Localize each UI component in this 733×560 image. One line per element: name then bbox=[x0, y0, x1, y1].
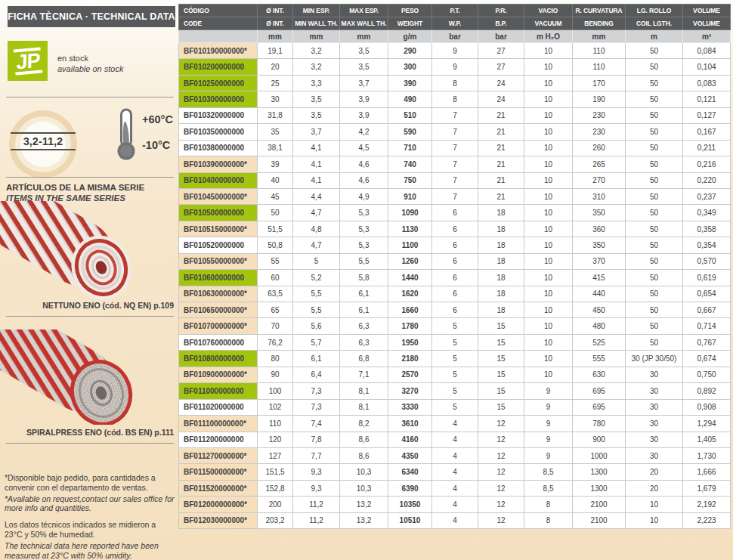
table-row: BF010390000000*394,14,674072110265500,21… bbox=[179, 156, 731, 172]
value-cell: 8,6 bbox=[340, 432, 388, 447]
value-cell: 440 bbox=[573, 286, 626, 302]
value-cell: 8,2 bbox=[340, 416, 388, 432]
value-cell: 1260 bbox=[388, 253, 432, 269]
value-cell: 21 bbox=[478, 107, 524, 123]
table-row: BF010700000000*705,66,3178051510480500,7… bbox=[179, 318, 731, 334]
value-cell: 260 bbox=[573, 140, 626, 156]
value-cell: 0,892 bbox=[683, 383, 731, 399]
value-cell: 50 bbox=[626, 318, 683, 334]
value-cell: 1090 bbox=[388, 205, 432, 221]
value-cell: 20 bbox=[626, 464, 683, 480]
column-header: CODE bbox=[179, 17, 258, 30]
technical-data-table: CÓDIGOØ INT.MIN ESP.MAX ESP.PESOP.T.P.R.… bbox=[178, 4, 731, 529]
value-cell: 3270 bbox=[388, 383, 432, 399]
value-cell: 390 bbox=[388, 75, 432, 91]
column-header: W.P. bbox=[432, 17, 478, 30]
value-cell: 5,5 bbox=[293, 302, 340, 318]
unit-cell: mm bbox=[340, 30, 388, 43]
value-cell: 39 bbox=[258, 156, 293, 172]
value-cell: 8,5 bbox=[524, 480, 573, 496]
column-header: VOLUME bbox=[683, 17, 731, 30]
product-code-cell: BF011520000000* bbox=[179, 480, 258, 496]
value-cell: 50 bbox=[626, 107, 683, 123]
product-code-cell: BF010800000000 bbox=[179, 351, 258, 367]
value-cell: 10,3 bbox=[340, 464, 388, 480]
value-cell: 310 bbox=[573, 188, 626, 204]
value-cell: 10510 bbox=[388, 512, 432, 528]
value-cell: 30 bbox=[626, 447, 683, 463]
value-cell: 10 bbox=[524, 270, 573, 286]
value-cell: 10 bbox=[524, 205, 573, 221]
value-cell: 10 bbox=[524, 237, 573, 253]
column-header: MAX WALL TH. bbox=[340, 17, 388, 30]
table-row: BF011520000000*152,89,310,363904128,5130… bbox=[179, 480, 731, 496]
value-cell: 50 bbox=[626, 124, 683, 140]
value-cell: 1440 bbox=[388, 270, 432, 286]
unit-cell: mm bbox=[573, 30, 626, 43]
value-cell: 2570 bbox=[388, 367, 432, 382]
value-cell: 6340 bbox=[388, 464, 432, 480]
value-cell: 50 bbox=[626, 91, 683, 107]
value-cell: 360 bbox=[573, 221, 626, 237]
footnote-conditions-en: The technical data here reported have be… bbox=[5, 541, 175, 560]
value-cell: 40 bbox=[258, 172, 293, 188]
value-cell: 4350 bbox=[388, 447, 432, 463]
column-header: LG. ROLLO bbox=[626, 5, 683, 17]
value-cell: 152,8 bbox=[258, 480, 293, 496]
value-cell: 2100 bbox=[573, 512, 626, 528]
product-code-cell: BF010390000000* bbox=[179, 156, 258, 172]
value-cell: 24 bbox=[478, 91, 524, 107]
value-cell: 5,5 bbox=[293, 286, 340, 302]
value-cell: 5,7 bbox=[293, 334, 340, 350]
product-code-cell: BF010515000000* bbox=[179, 221, 258, 237]
value-cell: 10 bbox=[524, 172, 573, 188]
value-cell: 1300 bbox=[573, 464, 626, 480]
value-cell: 1130 bbox=[388, 221, 432, 237]
value-cell: 10 bbox=[626, 512, 683, 528]
value-cell: 50 bbox=[626, 43, 683, 59]
value-cell: 695 bbox=[573, 399, 626, 415]
unit-cell: m bbox=[626, 30, 683, 43]
value-cell: 7 bbox=[432, 124, 478, 140]
column-header: P.R. bbox=[478, 5, 524, 17]
value-cell: 120 bbox=[258, 432, 293, 447]
table-row: BF010500000000504,75,3109061810350500,34… bbox=[179, 205, 731, 221]
value-cell: 3,2 bbox=[293, 43, 340, 59]
value-cell: 1100 bbox=[388, 237, 432, 253]
value-cell: 19,1 bbox=[258, 43, 293, 59]
value-cell: 0,619 bbox=[683, 270, 731, 286]
column-header: VACIO bbox=[524, 5, 573, 17]
value-cell: 12 bbox=[478, 512, 524, 528]
product-code-cell: BF010400000000 bbox=[179, 172, 258, 188]
value-cell: 12 bbox=[478, 432, 524, 447]
value-cell: 63,5 bbox=[258, 286, 293, 302]
unit-cell bbox=[179, 30, 258, 43]
value-cell: 10 bbox=[524, 91, 573, 107]
stock-availability: en stock available on stock bbox=[57, 53, 123, 75]
temperature-max: +60°C bbox=[142, 113, 173, 125]
value-cell: 1,666 bbox=[683, 464, 731, 480]
value-cell: 10 bbox=[524, 75, 573, 91]
divider bbox=[6, 316, 174, 317]
value-cell: 8,5 bbox=[524, 464, 573, 480]
value-cell: 6 bbox=[432, 221, 478, 237]
value-cell: 6 bbox=[432, 237, 478, 253]
value-cell: 10 bbox=[524, 107, 573, 123]
header-row-en: CODEØ INT.MIN WALL TH.MAX WALL TH.WEIGHT… bbox=[179, 17, 731, 30]
page-title: FICHA TÈCNICA · TECHNICAL DATA bbox=[8, 6, 175, 27]
product-code-cell: BF012030000000* bbox=[179, 512, 258, 528]
value-cell: 9 bbox=[524, 383, 573, 399]
unit-cell: bar bbox=[432, 30, 478, 43]
thermometer-icon bbox=[113, 107, 139, 165]
header-row-es: CÓDIGOØ INT.MIN ESP.MAX ESP.PESOP.T.P.R.… bbox=[179, 5, 731, 17]
value-cell: 230 bbox=[573, 124, 626, 140]
temperature-min: -10°C bbox=[142, 139, 170, 151]
value-cell: 6 bbox=[432, 205, 478, 221]
value-cell: 170 bbox=[573, 75, 626, 91]
table-row: BF010300000000303,53,949082410190500,121 bbox=[179, 91, 731, 107]
value-cell: 4 bbox=[432, 464, 478, 480]
value-cell: 4 bbox=[432, 416, 478, 432]
value-cell: 450 bbox=[573, 302, 626, 318]
value-cell: 50 bbox=[626, 334, 683, 350]
value-cell: 30 (JP 30/50) bbox=[626, 351, 683, 367]
